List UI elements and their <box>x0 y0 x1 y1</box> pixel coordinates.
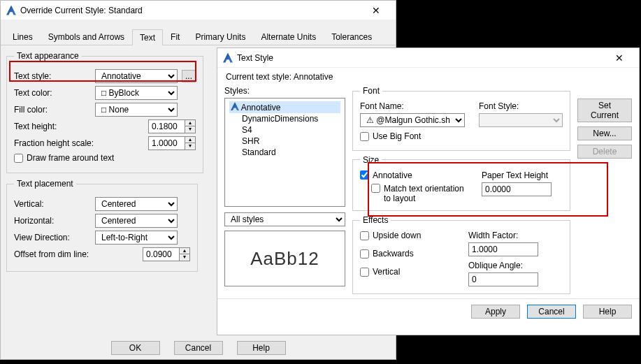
dlg1-tabs: Lines Symbols and Arrows Text Fit Primar… <box>1 26 396 45</box>
paper-height-label: Paper Text Height <box>482 170 563 180</box>
horizontal-select[interactable]: Centered <box>95 214 178 228</box>
dlg2-title: Text Style <box>237 53 273 63</box>
viewdir-select[interactable]: Left-to-Right <box>95 231 178 245</box>
font-style-select[interactable] <box>479 113 563 127</box>
fraction-stepper[interactable]: ▴▾ <box>148 136 196 150</box>
apply-button[interactable]: Apply <box>471 305 520 319</box>
cancel-button[interactable]: Cancel <box>174 341 223 355</box>
text-placement-group: Text placement Vertical: Centered Horizo… <box>6 179 198 272</box>
dlg1-title: Override Current Style: Standard <box>20 6 143 15</box>
offset-label: Offset from dim line: <box>14 249 105 259</box>
oblique-angle-label: Oblique Angle: <box>468 261 563 270</box>
size-legend: Size <box>360 155 382 165</box>
app-icon <box>223 53 233 63</box>
oblique-angle-field[interactable] <box>468 272 538 286</box>
style-item[interactable]: Standard <box>229 147 340 158</box>
help-button[interactable]: Help <box>237 341 286 355</box>
tab-primary[interactable]: Primary Units <box>187 29 253 45</box>
style-item[interactable]: S4 <box>229 124 340 136</box>
vertical-checkbox[interactable]: Vertical <box>360 267 454 277</box>
text-appearance-group: Text appearance Text style: Annotative .… <box>6 51 203 173</box>
style-item[interactable]: DynamicDimensions <box>229 113 340 124</box>
viewdir-label: View Direction: <box>14 233 91 242</box>
tab-tolerances[interactable]: Tolerances <box>324 29 380 45</box>
fill-color-label: Fill color: <box>14 105 91 115</box>
width-factor-label: Width Factor: <box>468 231 563 240</box>
font-legend: Font <box>360 86 382 96</box>
cancel-button[interactable]: Cancel <box>527 305 576 319</box>
tab-text[interactable]: Text <box>132 29 163 45</box>
tab-alternate[interactable]: Alternate Units <box>253 29 324 45</box>
font-style-label: Font Style: <box>479 101 563 111</box>
offset-stepper[interactable]: ▴▾ <box>143 247 190 261</box>
close-icon[interactable]: ✕ <box>605 52 633 64</box>
text-style-label: Text style: <box>14 71 91 81</box>
font-group: Font Font Name: ⚠ @Malgun Gothic.shx Fon… <box>352 86 570 151</box>
horizontal-label: Horizontal: <box>14 216 91 226</box>
current-style-label: Current text style: Annotative <box>217 68 639 82</box>
upside-down-checkbox[interactable]: Upside down <box>360 231 454 240</box>
vertical-select[interactable]: Centered <box>95 197 178 211</box>
backwards-checkbox[interactable]: Backwards <box>360 249 454 259</box>
vertical-label: Vertical: <box>14 199 91 209</box>
close-icon[interactable]: ✕ <box>362 5 390 16</box>
fill-color-select[interactable]: □ None <box>95 103 178 117</box>
tab-fit[interactable]: Fit <box>163 29 187 45</box>
style-item[interactable]: SHR <box>229 136 340 147</box>
tab-lines[interactable]: Lines <box>5 29 41 45</box>
tab-symbols[interactable]: Symbols and Arrows <box>41 29 132 45</box>
dlg1-titlebar: Override Current Style: Standard ✕ <box>1 1 396 20</box>
text-style-dialog: Text Style ✕ Current text style: Annotat… <box>217 48 640 335</box>
paper-height-field[interactable] <box>482 182 552 196</box>
effects-legend: Effects <box>360 215 391 225</box>
app-icon <box>6 6 16 15</box>
styles-label: Styles: <box>224 86 345 96</box>
annotative-icon <box>231 102 239 110</box>
dlg1-buttons: OK Cancel Help <box>1 341 396 355</box>
text-style-select[interactable]: Annotative <box>95 69 178 83</box>
text-height-label: Text height: <box>14 122 91 131</box>
text-color-label: Text color: <box>14 88 91 98</box>
font-name-select[interactable]: ⚠ @Malgun Gothic.shx <box>360 113 465 127</box>
new-button[interactable]: New... <box>577 126 632 140</box>
dlg2-titlebar: Text Style ✕ <box>217 48 639 68</box>
text-style-browse-button[interactable]: ... <box>182 70 196 82</box>
fraction-label: Fraction height scale: <box>14 138 119 148</box>
match-orientation-checkbox[interactable]: Match text orientation to layout <box>371 184 468 203</box>
effects-group: Effects Upside down Backwards Vertical W… <box>352 215 570 294</box>
font-name-label: Font Name: <box>360 101 465 111</box>
size-group: Size Annotative Match text orientation t… <box>352 155 570 212</box>
ok-button[interactable]: OK <box>111 341 160 355</box>
font-preview: AaBb12 <box>224 231 345 286</box>
appearance-legend: Text appearance <box>14 51 82 61</box>
text-height-stepper[interactable]: ▴▾ <box>148 119 196 133</box>
style-item-annotative[interactable]: Annotative <box>229 101 340 113</box>
width-factor-field[interactable] <box>468 242 538 256</box>
size-annotative-checkbox[interactable]: Annotative <box>360 170 412 180</box>
placement-legend: Text placement <box>14 179 76 189</box>
big-font-checkbox[interactable]: Use Big Font <box>360 131 421 141</box>
set-current-button[interactable]: Set Current <box>577 99 632 122</box>
delete-button[interactable]: Delete <box>577 145 632 159</box>
draw-frame-checkbox[interactable]: Draw frame around text <box>14 153 114 163</box>
dlg2-buttons: Apply Cancel Help <box>217 298 639 324</box>
style-filter-select[interactable]: All styles <box>224 212 345 226</box>
styles-listbox[interactable]: Annotative DynamicDimensions S4 SHR Stan… <box>224 98 345 207</box>
help-button[interactable]: Help <box>583 305 632 319</box>
text-color-select[interactable]: □ ByBlock <box>95 86 178 100</box>
